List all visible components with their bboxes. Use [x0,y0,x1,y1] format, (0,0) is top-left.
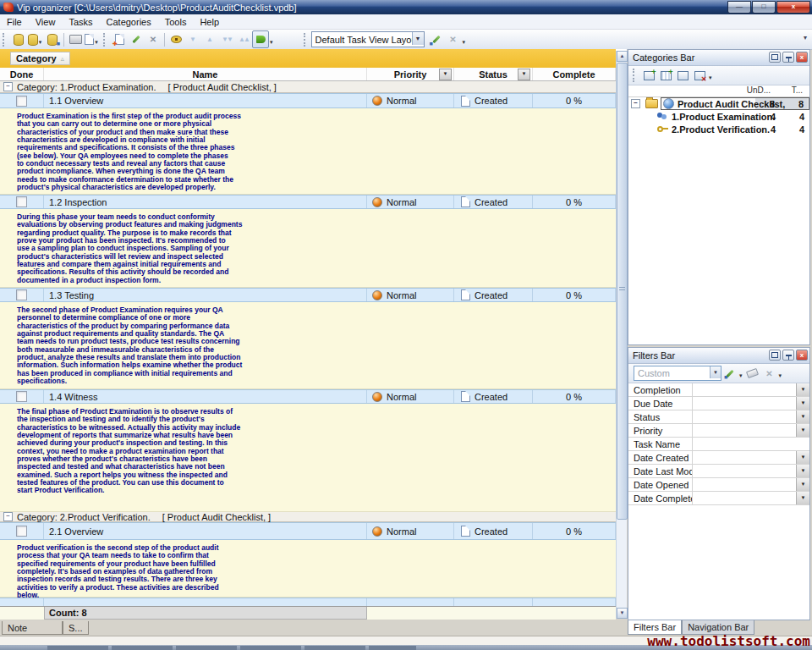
group-by-category-chip[interactable]: Category ▵ [10,52,70,65]
status-filter-dropdown-icon[interactable]: ▼ [518,69,530,80]
move-up-icon[interactable]: ▲ [201,31,218,47]
filter-dropdown-icon[interactable]: ▼ [796,424,809,437]
filter-dropdown-icon[interactable]: ▼ [796,465,809,477]
done-checkbox[interactable] [16,96,27,107]
layout-selector[interactable]: Default Task View Layout ▼ [311,31,425,47]
highlight-icon[interactable] [252,31,269,47]
task-row[interactable]: 1.2 Inspection Normal Created 0 % [0,195,616,209]
menu-file[interactable]: File [0,16,29,28]
panel-close-icon[interactable]: x [796,52,808,63]
tree-row-verification[interactable]: 2.Product Verification. 4 4 [628,123,809,135]
filter-dropdown-icon[interactable]: ▼ [796,451,809,464]
done-checkbox[interactable] [16,196,27,207]
panel-pin-icon[interactable] [782,52,794,63]
scroll-up-icon[interactable]: ▲ [617,51,628,62]
new-task-icon[interactable]: ✚ [111,31,128,47]
menu-categories[interactable]: Categories [100,16,158,28]
group-row[interactable]: − Category: 2.Product Verification. [ Pr… [0,512,616,522]
priority-filter-dropdown-icon[interactable]: ▼ [439,69,452,80]
filter-preset-dropdown-icon[interactable]: ▼ [710,366,721,378]
delete-filter-icon[interactable]: ✕ [761,366,778,381]
layout-overflow-icon[interactable]: ▾ [463,39,466,46]
column-header-done[interactable]: Done [0,68,44,80]
delete-category-icon[interactable]: ✕ [691,69,708,83]
panel-maximize-icon[interactable] [769,52,781,63]
open-database-icon[interactable]: ▾ [27,31,44,47]
minimize-button[interactable]: — [727,1,751,14]
scrollbar-thumb[interactable] [617,63,628,520]
menu-help[interactable]: Help [193,16,226,28]
filter-value[interactable] [693,478,796,491]
panel-pin-icon[interactable] [782,350,794,361]
tree-row-examination[interactable]: 1.Product Examination. 4 4 [628,110,809,123]
column-header-status[interactable]: Status ▼ [454,68,533,80]
clear-filter-icon[interactable] [744,366,761,381]
filter-value[interactable] [693,465,796,477]
save-layout-icon[interactable]: ■ [428,31,445,47]
filter-value[interactable] [693,410,796,423]
column-header-priority[interactable]: Priority ▼ [367,68,454,80]
column-header-row: Done Name Priority ▼ Status ▼ Complete [0,68,616,81]
done-checkbox[interactable] [16,289,27,300]
menu-tasks[interactable]: Tasks [62,16,99,28]
delete-task-icon[interactable]: ✕ [145,31,162,47]
toolbar-right-overflow-icon[interactable]: ▾ [804,34,807,41]
delete-layout-icon[interactable]: ✕ [445,31,462,47]
move-down-icon[interactable]: ▼ [184,31,201,47]
filter-preset-selector[interactable]: Custom ▼ [634,366,721,381]
panel-close-icon[interactable]: x [796,350,808,361]
task-row[interactable]: 2.1 Overview Normal Created 0 % [0,522,616,540]
grid-vertical-scrollbar[interactable]: ▲ ▼ [616,51,627,619]
collapse-tree-icon[interactable]: − [631,99,640,108]
scroll-down-icon[interactable]: ▼ [617,608,628,619]
column-header-t[interactable]: T... [792,85,803,95]
filter-value[interactable] [693,424,796,437]
filter-value[interactable] [693,438,809,450]
done-checkbox[interactable] [16,526,27,537]
task-row[interactable]: 1.3 Testing Normal Created 0 % [0,288,616,302]
menu-view[interactable]: View [29,16,63,28]
task-row[interactable]: 1.1 Overview Normal Created 0 % [0,93,616,108]
new-category-icon[interactable]: + [640,69,657,83]
filters-toolbar-overflow-icon[interactable]: ▾ [779,372,782,379]
filter-value[interactable] [693,451,796,464]
categories-toolbar-overflow-icon[interactable]: ▾ [709,74,712,81]
edit-task-icon[interactable] [128,31,145,47]
view-icon[interactable] [167,31,184,47]
tree-row-checklist[interactable]: − Product Audit Checklist, 8 8 [628,97,809,110]
filter-value[interactable] [693,397,796,410]
save-database-icon[interactable]: ■ [44,31,61,47]
edit-category-icon[interactable] [674,69,691,83]
filter-value[interactable] [693,492,796,504]
toolbar-overflow-icon[interactable]: ▾ [270,39,273,46]
tab-s[interactable]: S... [63,621,89,635]
column-header-name[interactable]: Name [44,68,367,80]
column-header-complete[interactable]: Complete [533,68,616,80]
save-filter-dropdown-icon[interactable]: ▾ [739,372,743,379]
group-row[interactable]: − Category: 1.Product Examination. [ Pro… [0,81,616,93]
print-preview-icon[interactable]: ▾ [84,31,101,47]
move-bottom-icon[interactable]: ▼▼ [218,31,235,47]
filter-dropdown-icon[interactable]: ▼ [796,478,809,491]
filter-dropdown-icon[interactable]: ▼ [796,492,809,504]
menu-tools[interactable]: Tools [158,16,194,28]
close-button[interactable]: x [776,1,810,14]
layout-dropdown-icon[interactable]: ▼ [412,32,424,45]
collapse-group-icon[interactable]: − [3,82,13,91]
print-icon[interactable] [67,31,84,47]
new-subcategory-icon[interactable]: + [657,69,674,83]
save-filter-icon[interactable]: ■ [721,366,738,381]
filter-dropdown-icon[interactable]: ▼ [796,397,809,410]
maximize-button[interactable]: □ [752,1,776,14]
filter-value[interactable] [693,383,796,396]
done-checkbox[interactable] [16,391,27,402]
new-database-icon[interactable] [10,31,27,47]
tab-note[interactable]: Note [2,621,63,635]
filter-dropdown-icon[interactable]: ▼ [796,383,809,396]
move-top-icon[interactable]: ▲▲ [235,31,252,47]
collapse-group-icon[interactable]: − [3,512,13,521]
panel-maximize-icon[interactable] [769,350,781,361]
filter-dropdown-icon[interactable]: ▼ [796,410,809,423]
column-header-und[interactable]: UnD... [747,85,771,95]
task-row[interactable]: 1.4 Witness Normal Created 0 % [0,389,616,404]
